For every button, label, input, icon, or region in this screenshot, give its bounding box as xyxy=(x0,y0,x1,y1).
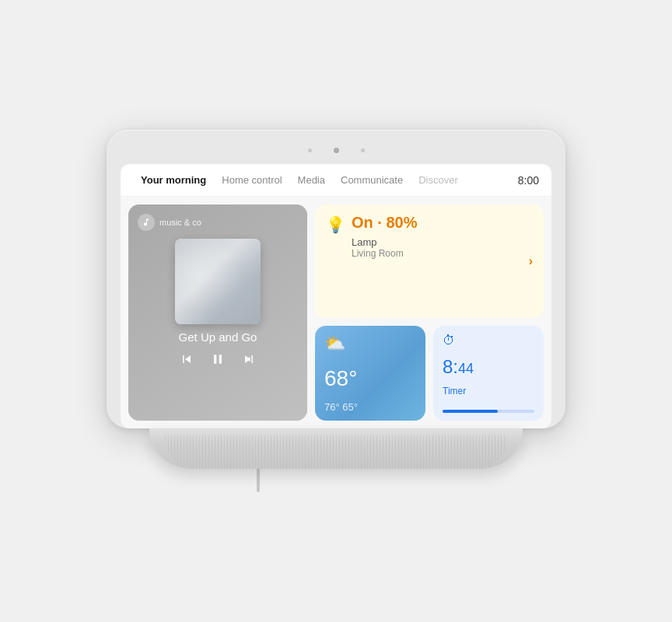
song-title: Get Up and Go xyxy=(179,330,257,344)
content-area: music & co Get Up and Go xyxy=(121,197,551,428)
timer-display: 8:44 xyxy=(443,356,534,378)
timer-progress-bar xyxy=(443,410,534,413)
weather-range: 76° 65° xyxy=(324,401,416,413)
timer-progress-fill xyxy=(443,410,498,413)
camera-dot-left xyxy=(308,149,312,152)
nav-item-your-morning[interactable]: Your morning xyxy=(133,164,214,196)
pause-icon xyxy=(210,351,226,367)
google-nest-hub: Your morning Home control Media Communic… xyxy=(107,130,565,492)
timer-minutes: 44 xyxy=(458,361,474,376)
navigation-bar: Your morning Home control Media Communic… xyxy=(121,164,551,197)
speaker-fabric xyxy=(165,435,507,469)
lamp-chevron-icon[interactable]: › xyxy=(529,254,533,268)
skip-next-icon xyxy=(241,351,257,367)
weather-card[interactable]: ⛅ 68° 76° 65° xyxy=(315,326,425,421)
lamp-card[interactable]: 💡 On · 80% Lamp Living Room › xyxy=(315,204,544,318)
camera-lens xyxy=(334,148,339,153)
lamp-icon: 💡 xyxy=(326,215,345,234)
nav-item-media[interactable]: Media xyxy=(290,164,333,196)
bottom-row: ⛅ 68° 76° 65° ⏱ 8:44 Timer xyxy=(315,326,544,421)
music-note-icon xyxy=(142,218,151,227)
nav-item-discover[interactable]: Discover xyxy=(411,164,466,196)
nav-item-home-control[interactable]: Home control xyxy=(214,164,289,196)
weather-temperature: 68° xyxy=(324,366,416,391)
album-art xyxy=(175,239,261,324)
skip-prev-icon xyxy=(179,351,194,367)
right-column: 💡 On · 80% Lamp Living Room › xyxy=(315,204,544,421)
timer-hours: 8: xyxy=(443,356,458,377)
music-header: music & co xyxy=(138,214,298,231)
pause-button[interactable] xyxy=(210,351,226,367)
power-cord xyxy=(257,469,260,492)
lamp-room: Living Room xyxy=(352,248,529,259)
nav-item-communicate[interactable]: Communicate xyxy=(333,164,411,196)
camera-bar xyxy=(121,144,551,156)
music-source-label: music & co xyxy=(159,218,201,227)
speaker-base xyxy=(149,428,523,469)
music-controls xyxy=(179,351,257,367)
timer-icon: ⏱ xyxy=(443,334,534,348)
prev-button[interactable] xyxy=(179,351,194,367)
lamp-name: Lamp xyxy=(352,236,529,248)
clock-display: 8:00 xyxy=(518,174,539,187)
timer-label: Timer xyxy=(443,386,534,397)
timer-card[interactable]: ⏱ 8:44 Timer xyxy=(433,326,544,421)
weather-icon: ⛅ xyxy=(324,334,345,354)
album-art-texture xyxy=(175,239,261,324)
lamp-status: On · 80% xyxy=(352,214,529,232)
weather-top: ⛅ xyxy=(324,334,416,354)
music-card[interactable]: music & co Get Up and Go xyxy=(128,204,307,421)
device-screen: Your morning Home control Media Communic… xyxy=(121,164,551,428)
next-button[interactable] xyxy=(241,351,257,367)
camera-dot-right xyxy=(361,149,365,152)
lamp-content: On · 80% Lamp Living Room xyxy=(352,214,529,259)
music-source-icon xyxy=(138,214,155,231)
device-shell: Your morning Home control Media Communic… xyxy=(107,130,565,428)
